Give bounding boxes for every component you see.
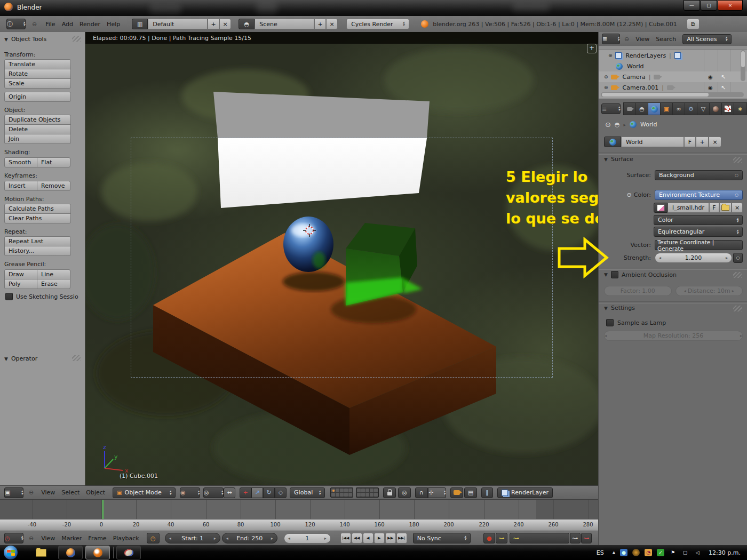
manipulator-scale-icon[interactable]: ◇	[275, 487, 287, 498]
language-indicator[interactable]: ES	[597, 549, 604, 556]
use-sketching-checkbox[interactable]	[5, 293, 13, 300]
keying-set-field[interactable]: ⊶	[510, 533, 569, 543]
scene-icon[interactable]: ◓	[239, 19, 255, 29]
tl-playback-menu[interactable]: Playback	[110, 535, 142, 542]
play-button[interactable]: ▶	[374, 533, 385, 543]
lock-to-scene-icon[interactable]	[383, 487, 396, 498]
smooth-button[interactable]: Smooth	[4, 157, 37, 167]
menu-add[interactable]: Add	[59, 21, 76, 28]
expand-icon[interactable]: ⊕	[604, 74, 608, 79]
translate-button[interactable]: Translate	[4, 59, 71, 69]
current-frame-field[interactable]: ◂ 1 ▸	[284, 533, 331, 543]
blender-taskbar-button[interactable]	[85, 546, 110, 559]
jump-to-start-button[interactable]: |◀◀	[340, 533, 351, 543]
properties-region-expand-icon[interactable]: +	[587, 44, 597, 53]
layer-cell-active[interactable]	[331, 489, 335, 492]
tray-expand-icon[interactable]: ▲	[613, 550, 615, 555]
pin-icon[interactable]: ⊙	[605, 121, 611, 129]
delete-layout-button[interactable]: ×	[219, 19, 231, 29]
screen-layout-icon[interactable]: ▥	[132, 19, 148, 29]
pivot-dropdown[interactable]: ◎ ▴▾	[203, 487, 224, 498]
snap-element-dropdown[interactable]: ⊹ ▴▾	[428, 487, 446, 498]
strength-slider[interactable]: ◂ 1.200 ▸	[655, 253, 732, 263]
remove-keyframe-button[interactable]: Remove	[37, 181, 70, 191]
map-resolution-stepper[interactable]: ◂ Map Resolution: 256 ▸	[604, 331, 743, 341]
tray-app-icon[interactable]	[632, 549, 640, 556]
outliner-row-renderlayers[interactable]: ⊕ RenderLayers |	[599, 50, 747, 61]
outliner-hscrollbar-track[interactable]	[601, 92, 744, 97]
outliner-vscrollbar-track[interactable]	[741, 50, 745, 81]
operator-panel-header[interactable]: ▼ Operator	[0, 351, 85, 366]
visibility-eye-icon[interactable]: ◉	[708, 74, 713, 80]
visibility-eye-icon[interactable]: ◉	[708, 85, 713, 91]
panel-grip[interactable]	[72, 355, 81, 361]
magnet-snap-icon[interactable]: ∩	[415, 487, 428, 498]
manipulator-rotate-icon[interactable]: ↻	[263, 487, 275, 498]
tl-view-menu[interactable]: View	[38, 535, 58, 542]
emission-plane-outside[interactable]	[213, 92, 430, 138]
vector-button[interactable]: Texture Coordinate | Generate	[655, 240, 743, 250]
tab-material[interactable]	[709, 102, 722, 115]
manipulator-translate-icon[interactable]: ↗	[251, 487, 263, 498]
unlink-world-button[interactable]: ×	[709, 137, 721, 147]
record-autokey-button[interactable]: ●	[483, 533, 495, 543]
insert-keyframe-icon[interactable]: ⊶	[570, 533, 581, 543]
ao-factor-slider[interactable]: Factor: 1.00	[604, 286, 672, 296]
timeline-ruler[interactable]: -40 -20 0 20 40 60 80 100 120 140 160 18…	[0, 519, 598, 531]
renderlayer-dropdown[interactable]: RenderLayer	[497, 487, 553, 498]
expand-icon[interactable]: ⊕	[604, 85, 608, 90]
ao-distance-stepper[interactable]: ◂ Distance: 10m ▸	[676, 286, 743, 296]
fake-user-button[interactable]: F	[684, 137, 696, 147]
expand-icon[interactable]: ⊕	[608, 53, 613, 58]
minimize-button[interactable]: —	[684, 0, 700, 11]
strength-socket-button[interactable]: ○	[733, 253, 743, 263]
collapse-menus-icon[interactable]: ⊖	[29, 489, 34, 496]
open-image-button[interactable]	[719, 203, 732, 213]
panel-grip[interactable]	[733, 272, 742, 278]
tab-constraints[interactable]: ∞	[672, 102, 685, 115]
unlink-image-button[interactable]: ×	[732, 203, 743, 213]
outliner-search-menu[interactable]: Search	[653, 36, 679, 43]
tray-update-icon[interactable]: ✓	[657, 549, 664, 556]
current-frame-indicator[interactable]	[102, 500, 104, 519]
timeline-editor-selector[interactable]: ◷ ▴▾	[4, 533, 23, 543]
surface-dropdown[interactable]: Background ○	[655, 170, 743, 180]
end-frame-stepper[interactable]: ◂ End: 250 ▸	[222, 533, 277, 543]
tab-particles[interactable]: ∗	[734, 102, 746, 115]
delete-scene-button[interactable]: ×	[326, 19, 338, 29]
render-opengl-anim-icon[interactable]: ▤	[464, 487, 477, 498]
outliner-row-world[interactable]: World	[599, 61, 747, 71]
rotate-button[interactable]: Rotate	[4, 69, 71, 79]
object-tools-panel-header[interactable]: ▼ Object Tools	[0, 32, 85, 46]
render-engine-dropdown[interactable]: Cycles Render ▴▾	[346, 19, 409, 29]
collapse-menus-icon[interactable]: ⊖	[29, 535, 34, 542]
tab-render[interactable]	[623, 102, 636, 115]
projection-dropdown[interactable]: Equirectangular ▴▾	[654, 227, 743, 237]
tab-data[interactable]: ▽	[697, 102, 710, 115]
calculate-paths-button[interactable]: Calculate Paths	[4, 204, 71, 214]
add-layout-button[interactable]: +	[208, 19, 219, 29]
screen-layout-name[interactable]: Default	[148, 19, 208, 29]
select-menu[interactable]: Select	[58, 489, 83, 496]
jump-to-end-button[interactable]: ▶▶|	[396, 533, 407, 543]
pivot-align-toggle[interactable]: ↔	[224, 487, 235, 498]
history-button[interactable]: History...	[4, 246, 71, 256]
view-menu[interactable]: View	[38, 489, 58, 496]
volume-icon[interactable]: ◁︎	[694, 549, 701, 556]
scale-button[interactable]: Scale	[4, 78, 71, 89]
delete-keyframe-icon[interactable]: ⊶	[581, 533, 592, 543]
settings-panel-header[interactable]: ▼ Settings	[604, 305, 743, 311]
surface-panel-header[interactable]: ▼ Surface	[604, 156, 743, 163]
selectable-cursor-icon[interactable]: ↖	[721, 84, 726, 91]
gp-poly-button[interactable]: Poly	[4, 279, 37, 289]
autokey-mode-icon[interactable]: ⊶	[496, 533, 507, 543]
orientation-dropdown[interactable]: Global ▴▾	[290, 487, 325, 498]
image-name-field[interactable]: l_small.hdr	[667, 203, 709, 213]
world-name-field[interactable]: World	[621, 137, 684, 147]
properties-editor-selector[interactable]: ≡ ▴▾	[601, 103, 621, 114]
gp-line-button[interactable]: Line	[37, 269, 70, 279]
add-scene-button[interactable]: +	[314, 19, 326, 29]
viewport-shading-dropdown[interactable]: ◉ ▴▾	[180, 487, 200, 498]
play-reverse-button[interactable]: ◀	[363, 533, 374, 543]
color-source-dropdown[interactable]: Environment Texture ○	[655, 190, 743, 200]
